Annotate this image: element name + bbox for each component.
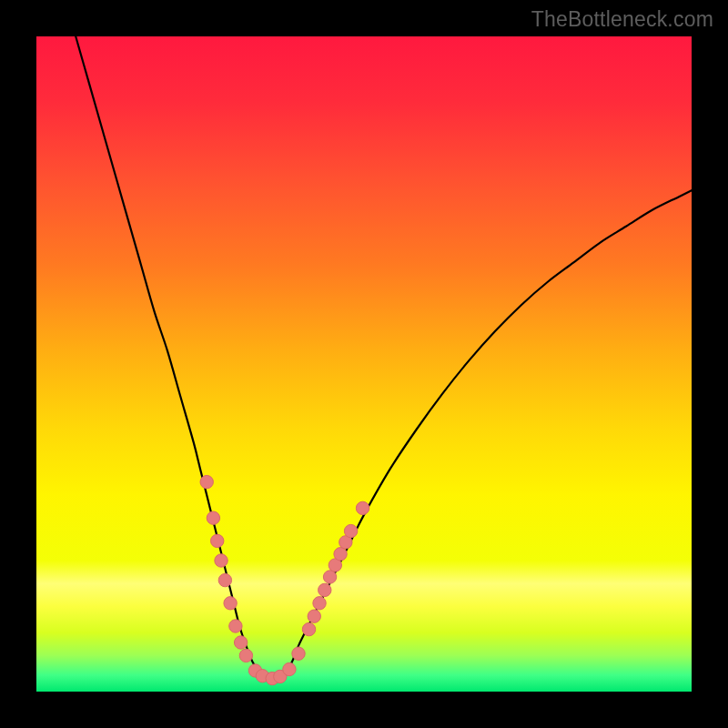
watermark-text: TheBottleneck.com [531,7,713,32]
curve-marker [200,475,213,488]
curve-marker [211,534,224,547]
curve-marker [283,662,296,675]
curve-marker [356,501,369,514]
curve-marker [292,647,305,660]
curve-marker [218,573,231,586]
curve-marker [229,620,242,632]
curve-layer [36,36,692,692]
curve-marker [318,583,331,596]
plot-area [36,36,692,692]
curve-markers [200,475,369,684]
curve-marker [334,548,347,561]
curve-marker [344,524,357,537]
curve-marker [323,571,336,583]
curve-marker [313,597,326,610]
curve-marker [239,649,252,662]
bottleneck-curve [76,36,692,679]
curve-marker [302,622,315,635]
curve-marker [234,636,247,649]
chart-frame: TheBottleneck.com [0,0,728,728]
curve-marker [207,511,219,524]
curve-marker [224,597,237,610]
curve-marker [215,554,228,567]
curve-marker [308,610,320,622]
